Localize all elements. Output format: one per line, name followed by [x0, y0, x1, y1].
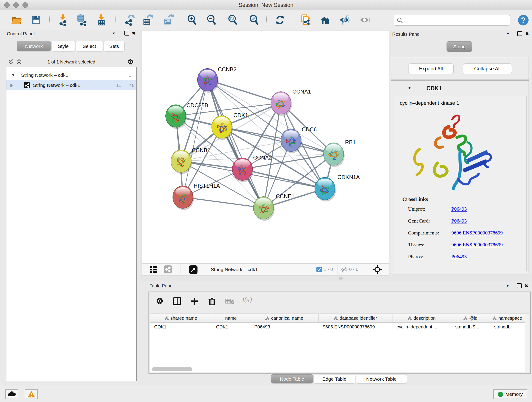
column-header-description[interactable]: description [393, 314, 451, 323]
panel-float-icon[interactable] [517, 283, 522, 288]
refresh-icon[interactable] [273, 13, 286, 26]
node-CDKN1A[interactable] [315, 177, 336, 201]
delete-icon[interactable] [208, 297, 216, 305]
tab-style[interactable]: Style [51, 41, 75, 51]
hide-panels-icon[interactable] [338, 13, 351, 26]
panel-menu-icon[interactable]: ▼ [506, 30, 510, 37]
zoom-fit-icon[interactable] [227, 13, 239, 26]
import-database-icon[interactable] [75, 13, 88, 26]
table-cell[interactable]: CDK1 [212, 323, 250, 331]
table-type-tabs: Node TableEdge TableNetwork Table [271, 374, 407, 383]
crosslink-link[interactable]: P06493 [451, 218, 467, 224]
detach-view-icon[interactable] [189, 265, 197, 274]
string-home-icon[interactable] [318, 13, 331, 26]
node-HIST1H1A[interactable] [173, 186, 194, 210]
crosslink-link[interactable]: P06493 [451, 206, 467, 212]
network-canvas[interactable]: CCNB2CCNA1CDC25BCDK1CDC6RB1CCNB1CCNA2CDK… [142, 30, 389, 263]
node-CCNE1[interactable] [253, 197, 274, 221]
node-CDK1[interactable] [212, 116, 233, 140]
panel-close-icon[interactable]: ✖ [525, 282, 528, 289]
tab-network[interactable]: Network [17, 41, 51, 51]
export-image-icon[interactable] [162, 13, 175, 26]
clone-network-icon[interactable] [299, 13, 312, 26]
open-session-icon[interactable] [10, 13, 23, 26]
cloud-button[interactable] [5, 389, 18, 399]
collapse-all-button[interactable]: Collapse All [463, 64, 512, 74]
collapse-icon[interactable]: ▼ [408, 86, 411, 90]
table-cell[interactable]: cyclin–dependent ... [393, 323, 451, 331]
export-table-icon[interactable] [141, 13, 154, 26]
toolbar-separator [115, 13, 116, 27]
zoom-in-icon[interactable] [186, 13, 199, 26]
gear-icon[interactable] [127, 58, 134, 65]
zoom-selected-icon[interactable] [248, 13, 261, 26]
edge-CCNA2-CDKN1A[interactable] [242, 169, 325, 189]
edge-CCNB2-CCNA1[interactable] [208, 80, 281, 103]
tab-node-table[interactable]: Node Table [271, 374, 313, 383]
import-table-icon[interactable] [95, 13, 108, 26]
expand-all-button[interactable]: Expand All [408, 64, 454, 74]
delete-table-icon[interactable] [225, 298, 234, 304]
gear-icon[interactable] [156, 297, 164, 305]
string-network-graph[interactable]: CCNB2CCNA1CDC25BCDK1CDC6RB1CCNB1CCNA2CDK… [142, 31, 389, 263]
table-cell[interactable]: 9606.ENSP00000378699 [319, 323, 393, 331]
export-network-icon[interactable] [123, 13, 136, 26]
view-dot-icon [10, 84, 13, 87]
help-icon[interactable]: ? [517, 13, 530, 26]
column-header-shared-name[interactable]: shared name [150, 314, 212, 323]
function-icon[interactable]: f(x) [242, 296, 252, 303]
column-header-database-identifier[interactable]: database identifier [319, 314, 393, 323]
network-row-selected[interactable]: String Network – cdk1 11 48 [6, 80, 136, 90]
zoom-out-icon[interactable] [205, 13, 218, 26]
panel-float-icon[interactable] [124, 31, 129, 36]
node-RB1[interactable] [323, 143, 345, 167]
edge-HIST1H1A-CCNE1[interactable] [183, 197, 264, 208]
node-table[interactable]: shared namenamecanonical namedatabase id… [150, 313, 529, 372]
tab-sets[interactable]: Sets [104, 41, 125, 51]
table-cell[interactable]: stringdb [490, 323, 525, 331]
hidden-eye-icon[interactable] [340, 266, 348, 273]
panel-close-icon[interactable]: ✖ [132, 30, 135, 37]
add-column-icon[interactable] [190, 297, 198, 305]
node-CDC25B[interactable] [166, 105, 187, 129]
panel-menu-icon[interactable]: ▼ [506, 282, 509, 289]
table-cell[interactable]: P06493 [250, 323, 319, 331]
panel-float-icon[interactable] [517, 31, 522, 36]
horizontal-scrollbar-thumb[interactable] [152, 367, 192, 371]
table-cell[interactable]: CDK1 [150, 323, 212, 331]
crosslink-link[interactable]: 9606.ENSP00000378699 [451, 230, 503, 236]
grid-view-icon[interactable] [150, 266, 158, 274]
tab-select[interactable]: Select [76, 41, 103, 51]
tab-network-table[interactable]: Network Table [356, 374, 407, 383]
table-cell[interactable]: stringdb:9... [451, 323, 490, 331]
tab-edge-table[interactable]: Edge Table [313, 374, 355, 383]
column-header--id[interactable]: @id [451, 314, 490, 323]
vertical-scrollbar[interactable] [525, 314, 529, 372]
fit-content-icon[interactable] [373, 265, 382, 274]
column-header-canonical-name[interactable]: canonical name [250, 314, 319, 323]
panel-close-icon[interactable]: ✖ [525, 30, 529, 37]
share-view-icon[interactable] [164, 265, 172, 274]
horizontal-splitter[interactable] [140, 275, 532, 281]
save-session-icon[interactable] [30, 13, 43, 26]
columns-icon[interactable] [173, 297, 181, 305]
node-CDC6[interactable] [281, 129, 302, 153]
crosslink-link[interactable]: P06493 [451, 254, 467, 260]
search-input[interactable] [394, 15, 510, 26]
selected-checkbox-icon[interactable] [317, 267, 322, 272]
import-network-icon[interactable] [56, 13, 69, 26]
node-CCNB2[interactable] [197, 69, 219, 93]
memory-button[interactable]: Memory [493, 389, 527, 399]
column-header-namespace[interactable]: namespace [490, 314, 525, 323]
tab-string[interactable]: String [447, 41, 472, 52]
node-label-CDC6: CDC6 [302, 126, 317, 133]
node-CCNA1[interactable] [271, 92, 292, 116]
network-collection-row[interactable]: ▼ String Network – cdk1 1 [6, 70, 136, 80]
show-panels-icon[interactable] [358, 13, 371, 26]
warning-button[interactable] [25, 389, 38, 399]
collapse-icon[interactable]: ▼ [12, 70, 15, 80]
splitter-handle[interactable] [339, 277, 343, 280]
column-header-name[interactable]: name [212, 314, 250, 323]
panel-menu-icon[interactable]: ▼ [112, 30, 115, 37]
crosslink-link[interactable]: 9606.ENSP00000378699 [451, 242, 503, 248]
